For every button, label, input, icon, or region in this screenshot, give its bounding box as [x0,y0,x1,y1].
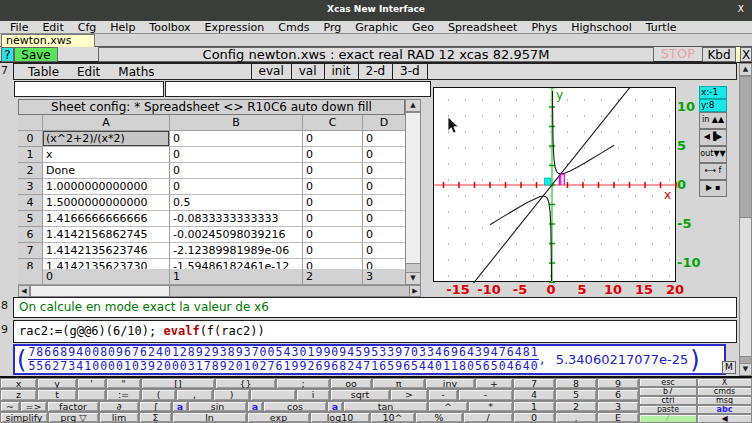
key-◀[interactable]: ◀ [697,414,752,423]
key-tan[interactable]: tan [343,401,428,412]
config-status-button[interactable]: Config newton.xws : exact real RAD 12 xc… [98,47,654,62]
menu-spreadsheet[interactable]: Spreadsheet [448,21,517,34]
key-y[interactable]: y [37,378,77,389]
key-8[interactable]: 8 [555,378,597,389]
output-level-button[interactable]: M [722,361,736,374]
key-~[interactable]: ~ [0,401,20,412]
tab-newton-xws[interactable]: newton.xws [1,34,95,47]
sheet-menu-maths[interactable]: Maths [118,65,154,79]
menu-file[interactable]: File [10,21,28,34]
key-b7[interactable]: b7 [639,387,697,396]
cell-D2[interactable]: 0 [363,163,405,179]
key-4[interactable]: 4 [513,389,555,400]
key-paste[interactable]: paste [639,405,697,414]
zoom-out-button[interactable]: out▼▼ [699,146,727,163]
pan-horizontal-button[interactable]: ◀▐▶ [699,129,727,146]
key-%[interactable]: % [415,412,463,423]
key-i[interactable]: i [296,389,330,400]
key-6[interactable]: 6 [597,389,639,400]
key-2[interactable]: 2 [555,401,597,412]
key-blank[interactable] [77,389,106,400]
key-a[interactable]: a [172,401,188,412]
cell-B8[interactable]: -1.59486182461e-12 [170,259,303,269]
key-prg ▽[interactable]: prg ▽ [48,412,99,423]
key-∂[interactable]: ∂ [99,401,139,412]
key-msg[interactable]: msg [697,396,752,405]
key-/[interactable]: / [463,412,513,423]
sheet-scroll-up-icon[interactable]: ▲ [405,99,421,112]
sheet-menu-edit[interactable]: Edit [77,65,100,79]
key-Σ[interactable]: Σ [139,412,172,423]
column-header-D[interactable]: D [363,115,405,131]
key-sqrt[interactable]: sqrt [330,389,390,400]
sheet-vertical-scrollbar-thumb[interactable] [405,112,421,264]
key-.[interactable]: . [555,412,597,423]
menu-toolbox[interactable]: Toolbox [149,21,190,34]
key-simplify[interactable]: simplify [0,412,48,423]
cell-A3[interactable]: 1.0000000000000 [43,179,170,195]
cell-C7[interactable]: 0 [303,243,363,259]
save-button[interactable]: Save [14,47,58,62]
key-exp[interactable]: exp [247,412,310,423]
key-esc[interactable]: esc [639,378,697,387]
key-a[interactable]: a [327,401,343,412]
cell-C0[interactable]: 0 [303,131,363,147]
key-^[interactable]: ^ [428,401,468,412]
sheet-button-init[interactable]: init [325,63,359,80]
cell-B5[interactable]: -0.0833333333333 [170,211,303,227]
key-factor[interactable]: factor [47,401,99,412]
menu-graphic[interactable]: Graphic [355,21,398,34]
column-header-C[interactable]: C [303,115,363,131]
menu-cfg[interactable]: Cfg [78,21,97,34]
cell-A8[interactable]: 1.4142135623730 [43,259,170,269]
key-abc[interactable]: abc [697,405,752,414]
key-"[interactable]: " [106,378,141,389]
menu-phys[interactable]: Phys [531,21,557,34]
key-:=[interactable]: := [106,389,141,400]
row-header-6[interactable]: 6 [18,227,43,243]
cell-B0[interactable]: 0 [170,131,303,147]
key-0[interactable]: 0 [513,412,555,423]
cell-B1[interactable]: 0 [170,147,303,163]
key-'[interactable]: ' [77,378,106,389]
key--[interactable]: - [428,389,458,400]
cell-D3[interactable]: 0 [363,179,405,195]
menu-prg[interactable]: Prg [323,21,341,34]
cell-C5[interactable]: 0 [303,211,363,227]
cell-D0[interactable]: 0 [363,131,405,147]
key-1[interactable]: 1 [513,401,555,412]
row-header-7[interactable]: 7 [18,243,43,259]
key-,[interactable]: , [176,389,213,400]
key-ctrl[interactable]: ctrl [639,396,697,405]
row-header-3[interactable]: 3 [18,179,43,195]
row-header-0[interactable]: 0 [18,131,43,147]
cell-B3[interactable]: 0 [170,179,303,195]
cell-A7[interactable]: 1.4142135623746 [43,243,170,259]
cell-B2[interactable]: 0 [170,163,303,179]
cell-C8[interactable]: 0 [303,259,363,269]
cell-B4[interactable]: 0.5 [170,195,303,211]
key->[interactable]: > [390,389,428,400]
key-3[interactable]: 3 [597,401,639,412]
cell-D7[interactable]: 0 [363,243,405,259]
kbd-toggle-button[interactable]: Kbd [702,47,736,62]
comment-line[interactable]: On calcule en mode exact la valeur de x6 [13,297,737,318]
session-close-button[interactable]: X [740,47,752,62]
graph-canvas[interactable]: y x [433,87,676,282]
cell-C1[interactable]: 0 [303,147,363,163]
key-blank[interactable] [250,389,296,400]
key-∫[interactable]: ∫ [139,401,172,412]
cell-C4[interactable]: 0 [303,195,363,211]
menu-edit[interactable]: Edit [42,21,63,34]
session-scroll-down-icon[interactable]: ▼ [739,363,752,376]
key-=>[interactable]: => [20,401,47,412]
key-X[interactable]: X [697,378,752,387]
cell-D6[interactable]: 0 [363,227,405,243]
sheet-button-2-d[interactable]: 2-d [359,63,394,80]
key-7[interactable]: 7 [513,378,555,389]
help-button[interactable]: ? [1,47,14,62]
session-scrollbar-thumb[interactable] [739,217,752,357]
key-9[interactable]: 9 [597,378,639,389]
cell-C6[interactable]: 0 [303,227,363,243]
key-z[interactable]: z [0,389,37,400]
